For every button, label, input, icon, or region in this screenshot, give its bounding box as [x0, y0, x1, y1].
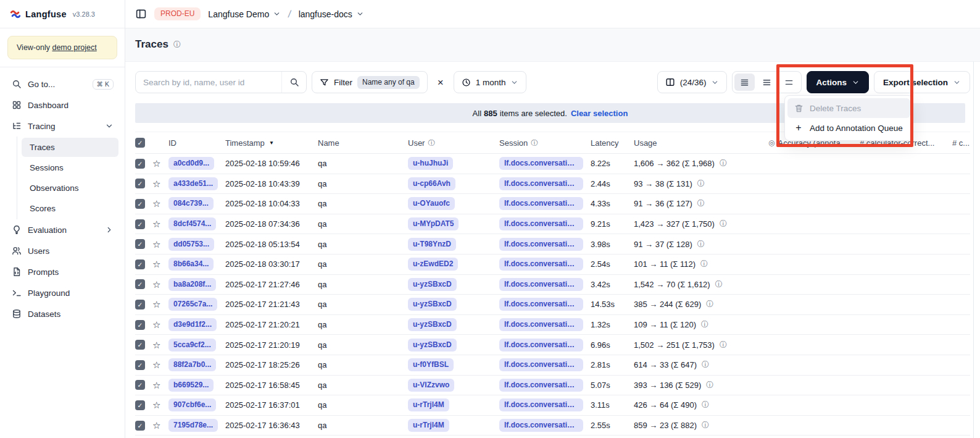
user-badge[interactable]: u-MYpDAT5	[408, 217, 459, 230]
user-badge[interactable]: u-VIZzvwo	[408, 379, 454, 392]
sidebar-item-playground[interactable]: Playground	[6, 282, 118, 303]
session-badge[interactable]: lf.docs.conversation...	[499, 177, 583, 190]
header-user[interactable]: User ⓘ	[408, 138, 499, 148]
time-range-button[interactable]: 1 month	[454, 71, 527, 93]
user-badge[interactable]: u-f0YfBSL	[408, 358, 454, 371]
demo-project-link[interactable]: demo project	[52, 43, 96, 52]
session-badge[interactable]: lf.docs.conversation...	[499, 318, 583, 331]
row-checkbox[interactable]: ✓	[135, 320, 145, 330]
star-icon[interactable]: ☆	[152, 159, 160, 168]
user-badge[interactable]: u-cp66Avh	[408, 177, 455, 190]
star-icon[interactable]: ☆	[152, 259, 160, 269]
star-icon[interactable]: ☆	[152, 381, 160, 390]
org-selector[interactable]: Langfuse Demo	[208, 9, 281, 19]
row-checkbox[interactable]: ✓	[135, 179, 145, 188]
star-icon[interactable]: ☆	[152, 199, 160, 208]
trace-id-badge[interactable]: 8b66a34...	[168, 258, 214, 271]
search-input[interactable]	[136, 72, 281, 93]
star-icon[interactable]: ☆	[152, 280, 160, 289]
user-badge[interactable]: u-huJhuJi	[408, 157, 453, 170]
header-timestamp[interactable]: Timestamp ▼	[225, 138, 318, 148]
header-usage[interactable]: Usage	[634, 138, 768, 148]
trace-id-badge[interactable]: b669529...	[168, 379, 214, 392]
user-badge[interactable]: u-yzSBxcD	[408, 339, 457, 352]
row-checkbox[interactable]: ✓	[135, 360, 145, 370]
star-icon[interactable]: ☆	[152, 421, 160, 430]
trace-id-badge[interactable]: d3e9d1f2...	[168, 318, 217, 331]
sidebar-item-dashboard[interactable]: Dashboard	[6, 95, 118, 116]
sidebar-item-prompts[interactable]: Prompts	[6, 261, 118, 282]
clear-filter-button[interactable]: ×	[433, 77, 449, 88]
row-checkbox[interactable]: ✓	[135, 279, 145, 289]
star-icon[interactable]: ☆	[152, 240, 160, 249]
session-badge[interactable]: lf.docs.conversation...	[499, 339, 583, 352]
sidebar-item-goto[interactable]: Go to... ⌘ K	[6, 74, 118, 95]
user-badge[interactable]: u-yzSBxcD	[408, 278, 457, 291]
session-badge[interactable]: lf.docs.conversation...	[499, 258, 583, 271]
sidebar-item-tracing[interactable]: Tracing	[6, 116, 118, 137]
scrollbar-track[interactable]	[973, 62, 974, 438]
sidebar-item-scores[interactable]: Scores	[22, 199, 118, 218]
session-badge[interactable]: lf.docs.conversation...	[499, 197, 583, 210]
trace-id-badge[interactable]: 907cbf6e...	[168, 398, 216, 411]
select-all-checkbox[interactable]: ✓	[135, 138, 145, 148]
row-checkbox[interactable]: ✓	[135, 300, 145, 310]
row-height-medium-icon[interactable]	[757, 74, 777, 91]
session-badge[interactable]: lf.docs.conversation...	[499, 278, 583, 291]
header-session[interactable]: Session ⓘ	[499, 138, 591, 148]
trace-id-badge[interactable]: dd05753...	[168, 238, 214, 251]
trace-id-badge[interactable]: 88f2a7b0...	[168, 358, 216, 371]
trace-id-badge[interactable]: a0cd0d9...	[168, 157, 214, 170]
session-badge[interactable]: lf.docs.conversation...	[499, 398, 583, 411]
row-checkbox[interactable]: ✓	[135, 421, 145, 431]
trace-id-badge[interactable]: ba8a208f...	[168, 278, 216, 291]
star-icon[interactable]: ☆	[152, 300, 160, 309]
trace-id-badge[interactable]: 7195d78e...	[168, 419, 218, 432]
row-checkbox[interactable]: ✓	[135, 340, 145, 350]
trace-id-badge[interactable]: a433de51...	[168, 177, 218, 190]
sidebar-toggle-icon[interactable]	[135, 8, 147, 20]
sidebar-item-observations[interactable]: Observations	[22, 179, 118, 198]
header-latency[interactable]: Latency	[591, 138, 634, 148]
trace-id-badge[interactable]: 5cca9cf2...	[168, 339, 216, 352]
actions-button[interactable]: Actions	[807, 71, 869, 93]
session-badge[interactable]: lf.docs.conversation...	[499, 379, 583, 392]
row-checkbox[interactable]: ✓	[135, 259, 145, 269]
star-icon[interactable]: ☆	[152, 400, 160, 410]
row-height-tall-icon[interactable]	[779, 74, 799, 91]
columns-button[interactable]: (24/36)	[657, 71, 728, 93]
sidebar-item-evaluation[interactable]: Evaluation	[6, 219, 118, 240]
row-checkbox[interactable]: ✓	[135, 380, 145, 390]
sidebar-item-sessions[interactable]: Sessions	[22, 158, 118, 177]
header-name[interactable]: Name	[318, 138, 408, 148]
user-badge[interactable]: u-rTrjl4M	[408, 419, 449, 432]
row-checkbox[interactable]: ✓	[135, 239, 145, 249]
session-badge[interactable]: lf.docs.conversation...	[499, 419, 583, 432]
star-icon[interactable]: ☆	[152, 320, 160, 329]
row-height-compact-icon[interactable]	[734, 74, 755, 91]
user-badge[interactable]: u-T98YnzD	[408, 238, 456, 251]
header-score-other[interactable]: # c...	[952, 138, 970, 148]
row-checkbox[interactable]: ✓	[135, 400, 145, 410]
star-icon[interactable]: ☆	[152, 340, 160, 350]
row-checkbox[interactable]: ✓	[135, 159, 145, 169]
project-selector[interactable]: langfuse-docs	[299, 9, 364, 19]
trace-id-badge[interactable]: 084c739...	[168, 197, 214, 210]
trace-id-badge[interactable]: 07265c7a...	[168, 298, 217, 311]
session-badge[interactable]: lf.docs.conversation...	[499, 358, 583, 371]
search-icon[interactable]	[281, 72, 306, 93]
sidebar-item-users[interactable]: Users	[6, 240, 118, 261]
row-checkbox[interactable]: ✓	[135, 199, 145, 209]
session-badge[interactable]: lf.docs.conversation...	[499, 217, 583, 230]
star-icon[interactable]: ☆	[152, 360, 160, 369]
sidebar-item-datasets[interactable]: Datasets	[6, 303, 118, 324]
session-badge[interactable]: lf.docs.conversation...	[499, 298, 583, 311]
session-badge[interactable]: lf.docs.conversation...	[499, 238, 583, 251]
user-badge[interactable]: u-yzSBxcD	[408, 318, 457, 331]
clear-selection-link[interactable]: Clear selection	[571, 109, 628, 118]
star-icon[interactable]: ☆	[152, 179, 160, 188]
user-badge[interactable]: u-zEwdED2	[408, 258, 458, 271]
menu-item-delete-traces[interactable]: Delete Traces	[787, 98, 910, 118]
session-badge[interactable]: lf.docs.conversation...	[499, 157, 583, 170]
trace-id-badge[interactable]: 8dcf4574...	[168, 217, 216, 230]
